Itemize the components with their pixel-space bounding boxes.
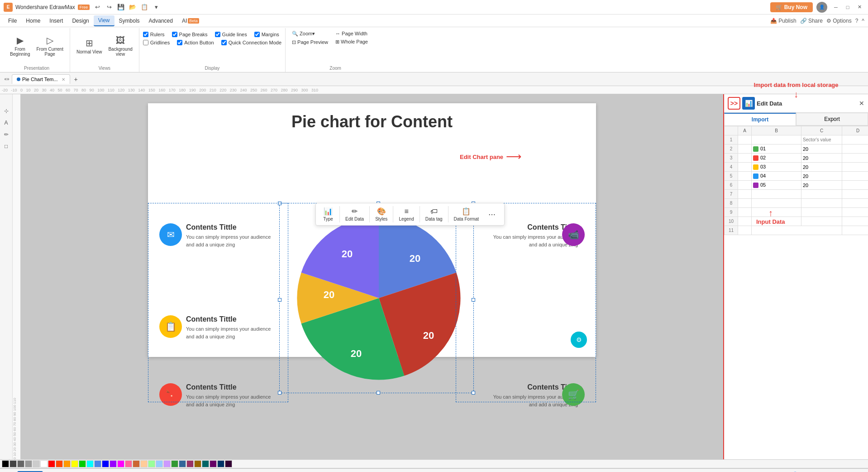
color-swatch[interactable]	[2, 460, 9, 467]
type-button[interactable]: 📊 Type	[320, 205, 337, 223]
add-tab-button[interactable]: +	[71, 74, 81, 84]
edit-data-button[interactable]: ✏ Edit Data	[343, 205, 367, 223]
cell-10-a[interactable]	[738, 217, 752, 226]
color-swatch[interactable]	[156, 460, 163, 467]
cell-2-c[interactable]: 20	[801, 144, 842, 154]
guide-lines-checkbox[interactable]: Guide lines	[215, 31, 247, 38]
normal-view-button[interactable]: ⊞ Normal View	[74, 30, 105, 62]
export-tab[interactable]: Export	[796, 113, 868, 125]
close-button[interactable]: ✕	[854, 2, 864, 12]
color-swatch[interactable]	[186, 460, 194, 467]
cell-5-a[interactable]	[738, 172, 752, 181]
fullscreen-button[interactable]: ⛶	[854, 470, 864, 472]
cell-8-a[interactable]	[738, 199, 752, 208]
minimize-button[interactable]: ─	[831, 2, 841, 12]
menu-advanced[interactable]: Advanced	[144, 16, 177, 26]
cell-6-d[interactable]	[842, 181, 868, 190]
cell-1-c[interactable]: Sector's value	[801, 135, 842, 144]
cell-9-c[interactable]	[801, 208, 842, 217]
cell-6-a[interactable]	[738, 181, 752, 190]
color-swatch[interactable]	[148, 460, 155, 467]
user-avatar[interactable]: 👤	[816, 2, 827, 13]
color-swatch[interactable]	[117, 460, 124, 467]
page-settings-button[interactable]: ⊞	[4, 470, 14, 472]
maximize-button[interactable]: □	[843, 2, 853, 12]
options-action[interactable]: ⚙ Options	[826, 18, 852, 24]
from-beginning-button[interactable]: ▶ FromBeginning	[7, 30, 33, 62]
color-swatch[interactable]	[171, 460, 178, 467]
data-tag-button[interactable]: 🏷 Data tag	[423, 206, 445, 223]
cell-8-c[interactable]	[801, 199, 842, 208]
page-breaks-checkbox[interactable]: Page Breaks	[172, 31, 208, 38]
rp-close-button[interactable]: ✕	[859, 100, 864, 107]
cell-4-c[interactable]: 20	[801, 163, 842, 172]
publish-action[interactable]: 📤 Publish	[770, 18, 796, 24]
cell-9-d[interactable]	[842, 208, 868, 217]
cell-8-b[interactable]	[752, 199, 801, 208]
action-button-checkbox[interactable]: Action Button	[177, 39, 214, 46]
cell-7-c[interactable]	[801, 190, 842, 199]
copy-button[interactable]: 📋	[139, 2, 149, 12]
sel-handle-bm[interactable]	[377, 391, 380, 395]
zoom-out-button[interactable]: −	[771, 470, 781, 472]
focus-mode-button[interactable]: ⊙	[735, 470, 745, 472]
cell-3-c[interactable]: 20	[801, 154, 842, 163]
quick-connection-checkbox[interactable]: Quick Connection Mode	[221, 39, 281, 46]
cell-2-a[interactable]	[738, 144, 752, 154]
cell-3-a[interactable]	[738, 154, 752, 163]
color-swatch[interactable]	[94, 460, 101, 467]
cell-7-a[interactable]	[738, 190, 752, 199]
tool-select[interactable]: ⊹	[1, 106, 11, 116]
import-tab[interactable]: Import	[724, 113, 796, 125]
color-swatch[interactable]	[33, 460, 40, 467]
color-swatch[interactable]	[17, 460, 24, 467]
cell-10-c[interactable]	[801, 217, 842, 226]
tool-shapes[interactable]: □	[1, 141, 11, 151]
background-view-button[interactable]: 🖼 Backgroundview	[105, 30, 135, 62]
cell-6-b[interactable]: 05	[752, 181, 801, 190]
page-width-button[interactable]: ↔ Page Width	[333, 30, 371, 37]
color-swatch[interactable]	[210, 460, 217, 467]
zoom-dropdown-button[interactable]: 🔍 Zoom▾	[289, 30, 331, 38]
color-swatch[interactable]	[102, 460, 109, 467]
color-swatch[interactable]	[140, 460, 148, 467]
cell-4-d[interactable]	[842, 163, 868, 172]
color-swatch[interactable]	[163, 460, 171, 467]
cell-11-d[interactable]	[842, 226, 868, 235]
cell-8-d[interactable]	[842, 199, 868, 208]
color-swatch[interactable]	[179, 460, 186, 467]
help-action[interactable]: ?	[855, 18, 858, 24]
menu-view[interactable]: View	[94, 15, 114, 26]
fit-button[interactable]: ⊞	[722, 470, 732, 472]
share-action[interactable]: 🔗 Share	[800, 18, 823, 24]
color-swatch[interactable]	[86, 460, 94, 467]
buy-now-button[interactable]: 🛒 Buy Now	[770, 2, 813, 12]
canvas-action-button[interactable]: ⚙	[571, 332, 587, 348]
menu-ai[interactable]: AI Beta	[177, 16, 204, 26]
color-swatch[interactable]	[48, 460, 55, 467]
color-swatch[interactable]	[110, 460, 117, 467]
color-swatch[interactable]	[202, 460, 209, 467]
cell-9-a[interactable]	[738, 208, 752, 217]
color-swatch[interactable]	[125, 460, 132, 467]
color-swatch[interactable]	[56, 460, 63, 467]
margins-checkbox[interactable]: Margins	[254, 31, 279, 38]
cell-1-d[interactable]	[842, 135, 868, 144]
cell-10-d[interactable]	[842, 217, 868, 226]
cell-4-b[interactable]: 03	[752, 163, 801, 172]
cell-7-b[interactable]	[752, 190, 801, 199]
tool-text[interactable]: A	[1, 118, 11, 128]
cell-4-a[interactable]	[738, 163, 752, 172]
from-current-page-button[interactable]: ▷ From CurrentPage	[33, 30, 66, 62]
menu-symbols[interactable]: Symbols	[114, 16, 144, 26]
tab-close-icon[interactable]: ✕	[62, 77, 65, 82]
rulers-checkbox[interactable]: Rulers	[143, 31, 165, 38]
menu-home[interactable]: Home	[21, 16, 45, 26]
cell-3-d[interactable]	[842, 154, 868, 163]
collapse-action[interactable]: ^	[862, 18, 864, 24]
ft-more-button[interactable]: ⋯	[483, 208, 501, 221]
color-swatch[interactable]	[79, 460, 86, 467]
cell-3-b[interactable]: 02	[752, 154, 801, 163]
tab-pie-chart[interactable]: Pie Chart Tem... ✕	[12, 74, 70, 84]
redo-button[interactable]: ↪	[104, 2, 114, 12]
